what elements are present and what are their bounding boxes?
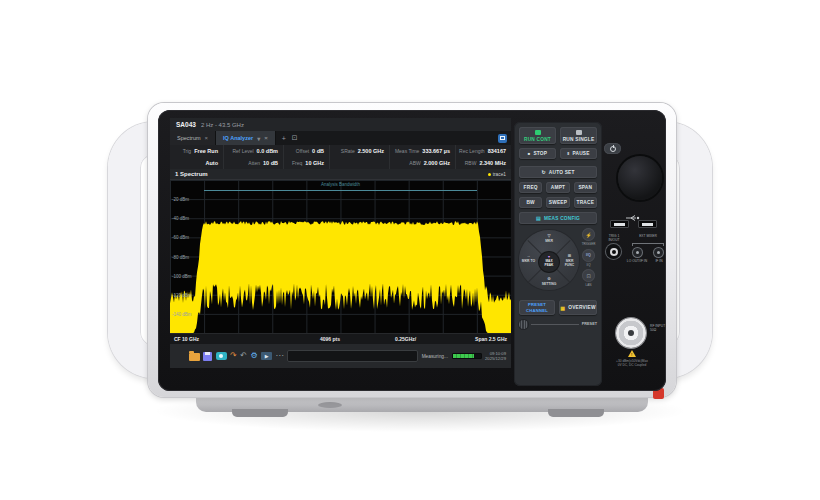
meas-config-button[interactable]: ▤MEAS CONFIG	[519, 212, 597, 224]
y-axis-tick: -20 dBm	[172, 197, 189, 202]
hardkey-panel: RUN CONT RUN SINGLE ■STOP ⅡPAUSE ↻AUTO S…	[514, 122, 602, 386]
screen-record-icon[interactable]: ▶	[261, 352, 272, 360]
setting-trig-auto[interactable]: Auto	[170, 157, 224, 169]
touchscreen: SA043 2 Hz - 43.5 GHz Spectrum × IQ Anal…	[170, 118, 511, 368]
lo-out-label: LO OUT/IF IN	[622, 259, 652, 263]
rotary-knob[interactable]	[618, 156, 662, 200]
overview-grid-icon: ▦	[560, 305, 565, 311]
tab-iq-analyzer[interactable]: IQ Analyzer ▾ ×	[216, 131, 276, 145]
display-window-icon[interactable]	[498, 134, 507, 143]
progress-fill	[453, 354, 475, 358]
close-tab-icon[interactable]: ×	[205, 135, 209, 141]
setting-key[interactable]: ⚙SETTING	[519, 277, 579, 286]
settings-bar: TrigFree Run Ref Level0.0 dBm Offset0 dB…	[170, 145, 511, 169]
ext-mixer-label: EXT MIXER	[630, 234, 666, 238]
y-axis-tick: -140 dBm	[172, 311, 192, 316]
trace-color-dot	[488, 173, 491, 176]
setting-offset[interactable]: Offset0 dB	[284, 145, 330, 157]
sweep-button[interactable]: SWEEP	[546, 197, 569, 208]
progress-bar	[452, 353, 482, 359]
lo-out-connector	[633, 248, 642, 257]
lightning-icon: ⚡	[585, 232, 591, 238]
chevron-down-icon[interactable]: ▾	[257, 135, 260, 142]
warning-icon: !	[628, 350, 636, 357]
y-axis-tick: -60 dBm	[172, 235, 189, 240]
iq-icon: I/Q	[586, 253, 591, 257]
freq-per-division: 0.25GHz/	[395, 336, 416, 342]
bw-button[interactable]: BW	[519, 197, 542, 208]
setting-abw[interactable]: ABW2.000 GHz	[390, 157, 456, 169]
command-input[interactable]	[287, 350, 418, 362]
auto-set-button[interactable]: ↻AUTO SET	[519, 166, 597, 178]
freq-button[interactable]: FREQ	[519, 182, 542, 193]
if-in-connector	[654, 248, 663, 257]
base-detail	[318, 402, 342, 408]
setting-meas-time[interactable]: Meas Time333.667 µs	[390, 145, 456, 157]
overview-button[interactable]: ▦ OVERVIEW	[559, 300, 597, 315]
add-tab-button[interactable]: +	[282, 135, 286, 142]
span-button[interactable]: SPAN	[574, 182, 597, 193]
undo-icon[interactable]: ↶	[240, 352, 247, 360]
settings-gear-icon[interactable]: ⚙	[250, 352, 257, 360]
front-panel: SA043 2 Hz - 43.5 GHz Spectrum × IQ Anal…	[158, 110, 666, 391]
setting-trig[interactable]: TrigFree Run	[170, 145, 224, 157]
analysis-bandwidth-line	[204, 190, 477, 191]
analysis-bandwidth-label: Analysis Bandwidth	[321, 182, 360, 187]
trigger-key[interactable]: ⚡	[582, 228, 595, 241]
mkr-key[interactable]: ▽MKR	[519, 234, 579, 243]
foot-left	[232, 409, 288, 417]
preset-knob[interactable]	[519, 320, 528, 329]
run-single-button[interactable]: RUN SINGLE	[560, 127, 597, 144]
pause-icon: Ⅱ	[567, 151, 569, 156]
setting-freq[interactable]: Freq10 GHz	[284, 157, 330, 169]
app-launcher-icon[interactable]	[175, 351, 185, 361]
iq-key[interactable]: I/Q	[582, 249, 595, 262]
auto-set-icon: ↻	[541, 169, 545, 175]
power-button[interactable]	[604, 143, 621, 154]
title-bar: SA043 2 Hz - 43.5 GHz	[170, 118, 511, 131]
spectrum-plot[interactable]: Analysis Bandwidth -20 dBm-40 dBm-60 dBm…	[170, 180, 511, 333]
lan-key[interactable]: ⊡	[582, 269, 595, 282]
setting-srate[interactable]: SRate2.500 GHz	[330, 145, 390, 157]
close-tab-icon[interactable]: ×	[264, 135, 268, 141]
pause-button[interactable]: ⅡPAUSE	[560, 148, 597, 159]
ampt-button[interactable]: AMPT	[546, 182, 569, 193]
trace-legend[interactable]: trace1	[488, 172, 506, 177]
trace-button[interactable]: TRACE	[574, 197, 597, 208]
max-peak-key[interactable]: ▼ MAX PEAK	[539, 252, 559, 272]
window-title: 1 Spectrum	[175, 171, 208, 177]
file-open-folder-icon[interactable]	[189, 353, 200, 361]
setting-rec-length[interactable]: Rec Length834167	[456, 145, 511, 157]
y-axis-tick: -120 dBm	[172, 292, 192, 297]
preset-channel-button[interactable]: PRESET CHANNEL	[519, 300, 555, 315]
setting-rbw[interactable]: RBW2.340 MHz	[456, 157, 511, 169]
usb-port-2	[638, 220, 657, 228]
window-title-bar: 1 Spectrum trace1	[170, 169, 511, 180]
settings-row-2: Auto Atten10 dB Freq10 GHz ABW2.000 GHz …	[170, 157, 511, 169]
setting-ref-level[interactable]: Ref Level0.0 dBm	[224, 145, 284, 157]
settings-row-1: TrigFree Run Ref Level0.0 dBm Offset0 dB…	[170, 145, 511, 157]
ext-mixer-bracket	[632, 243, 664, 246]
preset-slider[interactable]: PRESET	[519, 319, 597, 329]
mkr-to-key[interactable]: →MKR TO	[520, 254, 537, 263]
run-cont-button[interactable]: RUN CONT	[519, 127, 556, 144]
span-value[interactable]: Span 2.5 GHz	[475, 336, 507, 342]
center-frequency[interactable]: CF 10 GHz	[174, 336, 199, 342]
side-key-column: ⚡ TRIGGER I/Q I/Q ⊡ LAN	[580, 228, 597, 287]
restore-window-icon[interactable]: ⊡	[292, 134, 298, 142]
tab-bar: Spectrum × IQ Analyzer ▾ × + ⊡	[170, 131, 511, 145]
redo-icon[interactable]: ↷	[230, 352, 237, 360]
nav-ring[interactable]: ▽MKR →MKR TO ⊞MKR FUNC ⚙SETTING ▼ MAX PE…	[519, 230, 579, 290]
stop-icon: ■	[528, 151, 531, 156]
save-icon[interactable]	[203, 352, 212, 361]
taskbar: ↷ ↶ ⚙ ▶ ⋯ Measuring... 09:10:09 2025/12/…	[170, 344, 511, 368]
tab-spectrum[interactable]: Spectrum ×	[170, 131, 216, 145]
measuring-status: Measuring...	[422, 354, 448, 359]
screenshot-camera-icon[interactable]	[216, 352, 227, 360]
model-name: SA043	[176, 121, 196, 128]
more-icon[interactable]: ⋯	[276, 352, 284, 360]
setting-atten[interactable]: Atten10 dB	[224, 157, 284, 169]
run-cont-icon	[535, 130, 541, 135]
mkr-func-key[interactable]: ⊞MKR FUNC	[561, 254, 578, 267]
stop-button[interactable]: ■STOP	[519, 148, 556, 159]
